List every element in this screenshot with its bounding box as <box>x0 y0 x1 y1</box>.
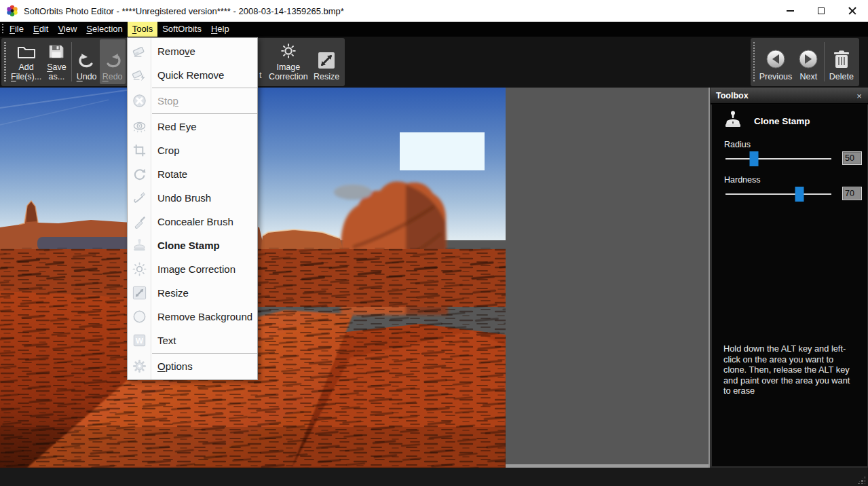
hardness-label: Hardness <box>724 175 761 185</box>
clone-selection-rect <box>400 132 485 170</box>
hardness-slider-thumb[interactable] <box>795 187 804 202</box>
menu-edit[interactable]: Edit <box>29 22 53 37</box>
menu-tools[interactable]: Tools <box>128 22 157 37</box>
toolbox-panel: Toolbox × Clone Stamp Radius 50 Hardn <box>710 88 868 468</box>
window-title: SoftOrbits Photo Editor - ****Unregister… <box>24 6 344 16</box>
menu-items: Remove Quick Remove Stop Red Eye Crop Ro… <box>128 39 257 378</box>
brush-icon <box>128 214 151 229</box>
toolbox-body: Clone Stamp Radius 50 Hardness 70 Hold d… <box>711 105 868 468</box>
redo-icon <box>102 52 123 70</box>
menu-item-undo-brush[interactable]: Undo Brush <box>128 186 257 210</box>
minimize-button[interactable] <box>774 0 806 22</box>
window-controls <box>774 0 868 22</box>
save-icon <box>48 43 65 60</box>
menu-view[interactable]: View <box>53 22 81 37</box>
undo-button[interactable]: Undo <box>74 39 100 84</box>
menu-item-concealer-brush[interactable]: Concealer Brush <box>128 210 257 233</box>
minimize-icon <box>787 10 794 12</box>
radius-label: Radius <box>724 140 751 149</box>
gear-icon <box>128 358 151 374</box>
clipped-button-label[interactable]: t <box>259 71 261 80</box>
menu-item-image-correction[interactable]: Image Correction <box>128 257 257 281</box>
menu-item-red-eye[interactable]: Red Eye <box>128 115 257 138</box>
menu-item-resize[interactable]: Resize <box>128 281 257 305</box>
toolbar-grip[interactable] <box>4 42 6 81</box>
active-tool-name: Clone Stamp <box>754 116 810 126</box>
hardness-slider[interactable] <box>725 186 831 202</box>
next-button[interactable]: Next <box>795 39 822 84</box>
toolbar-group-nav: Previous Next Delete <box>751 38 859 86</box>
menu-file[interactable]: File <box>5 22 29 37</box>
menu-selection[interactable]: Selection <box>81 22 127 37</box>
eraser-flash-icon <box>128 67 151 83</box>
sun-icon <box>278 43 299 60</box>
add-files-button[interactable]: Add File(s)... <box>8 39 44 84</box>
sun-icon <box>128 261 151 277</box>
close-icon <box>848 7 856 15</box>
eye-icon <box>128 119 151 134</box>
toolbox-title: Toolbox <box>716 91 749 100</box>
menu-item-stop[interactable]: Stop <box>128 89 257 113</box>
titlebar: SoftOrbits Photo Editor - ****Unregister… <box>0 0 868 22</box>
svg-text:W: W <box>136 337 143 345</box>
menubar-grip[interactable] <box>2 24 3 35</box>
resize-icon <box>128 285 151 301</box>
rotate-icon <box>128 166 151 182</box>
eraser-icon <box>128 43 151 59</box>
crop-icon <box>128 143 151 158</box>
menu-item-crop[interactable]: Crop <box>128 138 257 162</box>
maximize-icon <box>818 7 825 14</box>
radius-slider-track[interactable] <box>725 158 831 160</box>
trash-icon <box>832 50 851 70</box>
toolbar-separator <box>71 42 72 81</box>
menu-item-quick-remove[interactable]: Quick Remove <box>128 63 257 87</box>
menu-item-remove[interactable]: Remove <box>128 39 257 63</box>
menu-separator <box>152 88 257 88</box>
delete-button[interactable]: Delete <box>827 39 856 84</box>
radius-slider-thumb[interactable] <box>750 151 759 166</box>
radius-value[interactable]: 50 <box>842 151 862 165</box>
maximize-button[interactable] <box>806 0 837 22</box>
redo-button[interactable]: Redo <box>100 39 126 84</box>
hardness-slider-track[interactable] <box>725 193 831 195</box>
undo-brush-icon <box>128 190 151 206</box>
menu-separator <box>152 353 257 354</box>
save-as-button[interactable]: Save as... <box>44 39 69 84</box>
resize-button[interactable]: Resize <box>311 39 342 84</box>
app-logo-icon <box>6 5 18 17</box>
previous-button[interactable]: Previous <box>757 39 795 84</box>
stop-icon <box>128 93 151 109</box>
text-icon: W <box>128 333 151 348</box>
stamp-icon <box>128 238 151 253</box>
circle-icon <box>128 309 151 324</box>
radius-slider[interactable] <box>725 151 831 167</box>
next-icon <box>797 48 819 70</box>
menu-item-clone-stamp[interactable]: Clone Stamp <box>128 233 257 257</box>
menu-item-rotate[interactable]: Rotate <box>128 162 257 186</box>
menu-separator <box>152 113 257 114</box>
toolbar-grip-nav[interactable] <box>753 42 755 81</box>
statusbar: - + Time (s): 0.0 BMP (1024x768x24) <box>0 468 868 486</box>
window-resize-grip[interactable] <box>857 476 865 484</box>
resize-icon <box>317 51 336 70</box>
tool-help-text: Hold down the ALT key and left-click on … <box>723 343 856 396</box>
active-tool-header: Clone Stamp <box>723 110 810 132</box>
menubar: File Edit View Selection Tools SoftOrbit… <box>0 22 868 37</box>
menu-item-remove-background[interactable]: Remove Background <box>128 305 257 329</box>
menu-help[interactable]: Help <box>206 22 234 37</box>
hardness-value[interactable]: 70 <box>842 187 862 200</box>
toolbox-header[interactable]: Toolbox × <box>711 88 868 104</box>
close-button[interactable] <box>837 0 868 22</box>
app-window: { "titlebar": { "title": "SoftOrbits Pho… <box>0 0 868 486</box>
previous-icon <box>765 48 787 70</box>
menu-item-options[interactable]: Options <box>128 354 257 378</box>
menu-softorbits[interactable]: SoftOrbits <box>157 22 206 37</box>
toolbar-separator-nav <box>824 42 825 81</box>
undo-icon <box>77 52 97 70</box>
toolbox-close-button[interactable]: × <box>854 90 865 101</box>
image-correction-button[interactable]: Image Correction <box>266 39 311 84</box>
menu-item-text[interactable]: W Text <box>128 329 257 352</box>
folder-icon <box>16 43 37 60</box>
tools-dropdown-menu: Remove Quick Remove Stop Red Eye Crop Ro… <box>127 37 258 380</box>
canvas-background <box>506 88 709 468</box>
